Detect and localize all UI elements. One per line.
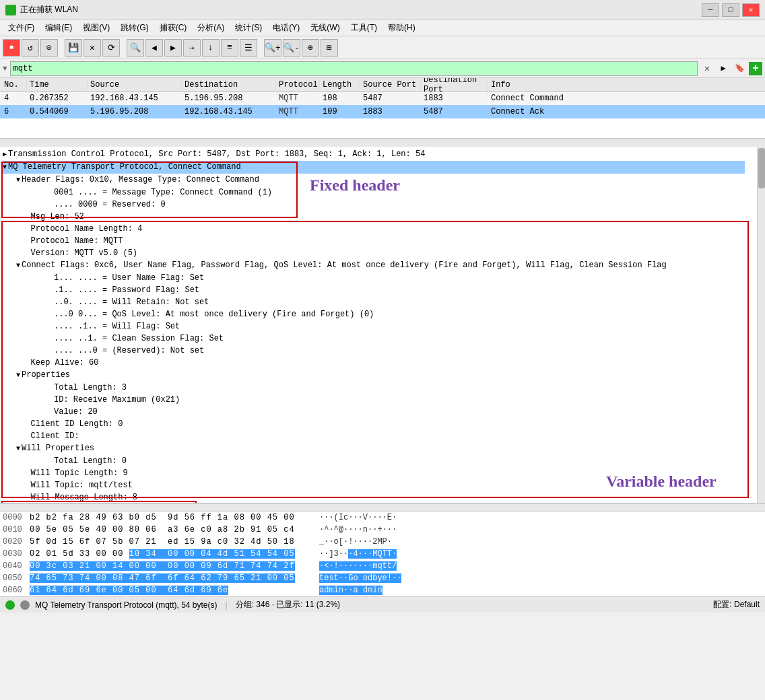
capture-status-icon — [5, 600, 15, 610]
menu-file[interactable]: 文件(F) — [3, 21, 40, 35]
save-button[interactable]: 💾 — [65, 39, 82, 57]
total-len-line[interactable]: Total Length: 3 — [30, 382, 745, 394]
hex-row-0000[interactable]: 0000 b2 b2 fa 28 49 63 b0 d5 9d 56 ff 1a… — [0, 512, 765, 524]
password-flag-line[interactable]: .1.. .... = Password Flag: Set — [30, 284, 745, 296]
detail-scrollbar[interactable] — [757, 147, 765, 503]
packet-row-selected[interactable]: 6 0.544069 5.196.95.208 192.168.43.145 M… — [0, 105, 765, 118]
window-controls: ─ □ ✕ — [702, 3, 760, 17]
keepalive-line[interactable]: Keep Alive: 60 — [16, 357, 745, 369]
proto-name-line[interactable]: Protocol Name: MQTT — [16, 235, 745, 247]
menu-stats[interactable]: 统计(S) — [230, 21, 267, 35]
hex-row-0060[interactable]: 0060 61 64 6d 69 6e 00 05 00 64 6d 69 6e… — [0, 584, 765, 596]
title-bar: 正在捕获 WLAN ─ □ ✕ — [0, 0, 765, 20]
list-button[interactable]: ☰ — [240, 39, 257, 57]
zoom-out-button[interactable]: 🔍- — [283, 39, 300, 57]
mark-button[interactable]: ≡ — [221, 39, 238, 57]
will-total-len-line[interactable]: Total Length: 0 — [30, 455, 745, 467]
forward-button[interactable]: ▶ — [164, 39, 182, 57]
col-dest-port: Destination Port — [421, 78, 488, 94]
reserved-flag-line[interactable]: .... ...0 = (Reserved): Not set — [30, 345, 745, 357]
resize-button[interactable]: ⊞ — [321, 39, 338, 57]
will-props-line[interactable]: ▼Will Properties — [16, 442, 745, 455]
detail-scrollbar-thumb[interactable] — [758, 148, 765, 188]
mqtt-detail-line[interactable]: ▼MQ Telemetry Transport Protocol, Connec… — [3, 161, 745, 174]
menu-capture[interactable]: 捕获(C) — [154, 21, 193, 35]
stop-button[interactable]: ■ — [3, 39, 20, 57]
col-source-port: Source Port — [360, 80, 421, 90]
expand-wp-icon[interactable]: ▼ — [16, 443, 20, 455]
clean-session-line[interactable]: .... ..1. = Clean Session Flag: Set — [30, 332, 745, 345]
version-line[interactable]: Version: MQTT v5.0 (5) — [16, 247, 745, 259]
hex-row-0040[interactable]: 0040 00 3c 03 21 00 14 00 00 00 00 09 6d… — [0, 560, 765, 572]
menu-bar: 文件(F) 编辑(E) 视图(V) 跳转(G) 捕获(C) 分析(A) 统计(S… — [0, 20, 765, 36]
packet-row[interactable]: 4 0.267352 192.168.43.145 5.196.95.208 M… — [0, 92, 765, 105]
hex-row-0050[interactable]: 0050 74 65 73 74 00 08 47 6f 6f 64 62 79… — [0, 572, 765, 584]
open-button[interactable]: ⊙ — [40, 39, 58, 57]
title-text: 正在捕获 WLAN — [20, 4, 78, 15]
app-icon — [5, 5, 16, 15]
scroll-button[interactable]: ↓ — [202, 39, 220, 57]
filter-label: ▼ — [3, 65, 7, 73]
fixed-header-label: Fixed header — [310, 179, 400, 191]
properties-line[interactable]: ▼Properties — [16, 369, 745, 382]
filter-bookmark-button[interactable]: 🔖 — [733, 62, 746, 75]
status-stats: 分组: 346 · 已显示: 11 (3.2%) — [236, 599, 340, 610]
menu-edit[interactable]: 编辑(E) — [40, 21, 77, 35]
packet-list: No. Time Source Destination Protocol Len… — [0, 78, 765, 139]
will-flag-line[interactable]: .... .1.. = Will Flag: Set — [30, 320, 745, 332]
expand-cf-icon[interactable]: ▼ — [16, 260, 20, 272]
tcp-detail-line[interactable]: ▶Transmission Control Protocol, Src Port… — [3, 148, 745, 161]
menu-tools[interactable]: 工具(T) — [345, 21, 382, 35]
restart-button[interactable]: ↺ — [22, 39, 39, 57]
hex-row-0010[interactable]: 0010 00 5e 05 5e 40 00 80 06 a3 6e c0 a8… — [0, 524, 765, 536]
hex-row-0030[interactable]: 0030 02 01 5d 33 00 00 10 34 00 00 04 4d… — [0, 548, 765, 560]
status-profile: 配置: Default — [713, 599, 760, 610]
zoom-reset-button[interactable]: ⊕ — [302, 39, 319, 57]
reload-button[interactable]: ⟳ — [102, 39, 120, 57]
col-info: Info — [488, 80, 510, 90]
col-length: Length — [320, 80, 360, 90]
col-destination: Destination — [182, 80, 276, 90]
username-flag-line[interactable]: 1... .... = User Name Flag: Set — [30, 272, 745, 284]
qos-level-line[interactable]: ...0 0... = QoS Level: At most once deli… — [30, 308, 745, 320]
find-button[interactable]: 🔍 — [127, 39, 144, 57]
back-button[interactable]: ◀ — [145, 39, 163, 57]
menu-go[interactable]: 跳转(G) — [115, 21, 154, 35]
will-retain-line[interactable]: ..0. .... = Will Retain: Not set — [30, 296, 745, 308]
col-source: Source — [88, 80, 182, 90]
close-button[interactable]: ✕ — [742, 3, 760, 17]
filter-input[interactable] — [10, 61, 698, 76]
packet-list-header: No. Time Source Destination Protocol Len… — [0, 78, 765, 92]
filter-add-button[interactable]: + — [749, 62, 762, 75]
proto-name-len-line[interactable]: Protocol Name Length: 4 — [16, 223, 745, 235]
filter-bar: ▼ ✕ ▶ 🔖 + — [0, 59, 765, 78]
maximize-button[interactable]: □ — [722, 3, 739, 17]
msg-len-line[interactable]: Msg Len: 52 — [16, 211, 745, 223]
filter-clear-button[interactable]: ✕ — [700, 62, 714, 75]
value-line[interactable]: Value: 20 — [30, 406, 745, 418]
goto-button[interactable]: ⇢ — [183, 39, 201, 57]
client-id-len-line[interactable]: Client ID Length: 0 — [16, 418, 745, 430]
hex-panel: 0000 b2 b2 fa 28 49 63 b0 d5 9d 56 ff 1a… — [0, 512, 765, 596]
client-id-line[interactable]: Client ID: — [16, 430, 745, 442]
id-line[interactable]: ID: Receive Maximum (0x21) — [30, 394, 745, 406]
expand-hf-icon[interactable]: ▼ — [16, 174, 20, 186]
filter-arrow-button[interactable]: ▶ — [717, 62, 730, 75]
reserved-line[interactable]: .... 0000 = Reserved: 0 — [30, 199, 745, 211]
expand-prop-icon[interactable]: ▼ — [16, 370, 20, 382]
minimize-button[interactable]: ─ — [702, 3, 719, 17]
connect-flags-line[interactable]: ▼Connect Flags: 0xc6, User Name Flag, Pa… — [16, 259, 745, 272]
hscroll-bar[interactable] — [0, 139, 765, 147]
expand-mqtt-icon[interactable]: ▼ — [3, 162, 7, 174]
menu-phone[interactable]: 电话(Y) — [267, 21, 305, 35]
menu-help[interactable]: 帮助(H) — [382, 21, 421, 35]
close-file-button[interactable]: ✕ — [84, 39, 101, 57]
will-msg-len-line[interactable]: Will Message Length: 8 — [16, 491, 745, 503]
hex-row-0020[interactable]: 0020 5f 0d 15 6f 07 5b 07 21 ed 15 9a c0… — [0, 536, 765, 548]
menu-view[interactable]: 视图(V) — [77, 21, 115, 35]
zoom-in-button[interactable]: 🔍+ — [264, 39, 281, 57]
panel-divider — [0, 503, 765, 512]
expand-tcp-icon[interactable]: ▶ — [3, 149, 7, 161]
menu-analyze[interactable]: 分析(A) — [192, 21, 230, 35]
menu-wireless[interactable]: 无线(W) — [305, 21, 345, 35]
